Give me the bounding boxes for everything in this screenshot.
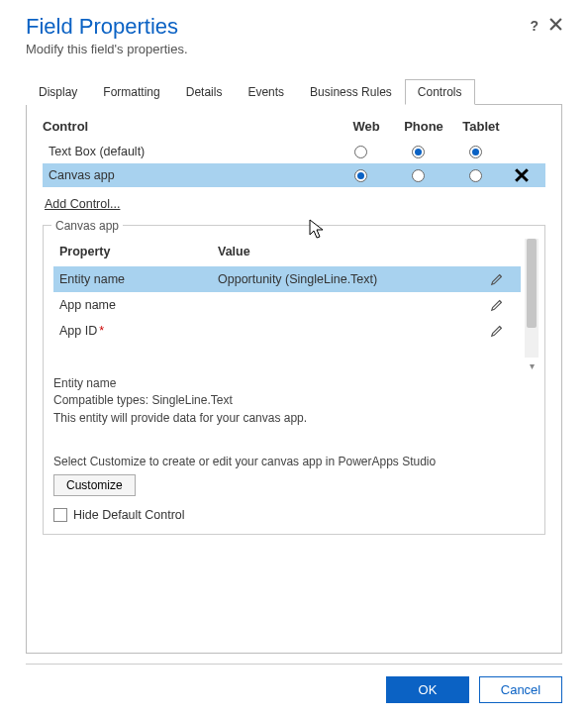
tab-formatting[interactable]: Formatting — [90, 79, 172, 105]
col-web: Web — [338, 119, 395, 134]
remove-control-icon[interactable] — [515, 168, 529, 182]
canvas-app-fieldset: Canvas app Property Value Entity name Op… — [43, 225, 545, 535]
help-icon[interactable]: ? — [530, 18, 539, 34]
radio-phone-textbox[interactable] — [412, 146, 425, 158]
radio-tablet-textbox[interactable] — [469, 146, 482, 158]
control-table-header: Control Web Phone Tablet — [43, 119, 545, 134]
prop-row-app-id[interactable]: App ID* — [53, 318, 521, 344]
scrollbar-thumb[interactable] — [527, 239, 537, 328]
customize-info: Select Customize to create or edit your … — [53, 455, 539, 468]
controls-panel: Control Web Phone Tablet Text Box (defau… — [26, 105, 562, 654]
tab-bar: Display Formatting Details Events Busine… — [26, 78, 562, 105]
edit-icon[interactable] — [479, 272, 515, 286]
col-control: Control — [43, 119, 338, 134]
dialog-footer: OK Cancel — [26, 664, 562, 717]
control-row-textbox[interactable]: Text Box (default) — [43, 140, 545, 163]
add-control-link[interactable]: Add Control... — [45, 197, 120, 211]
close-icon[interactable] — [549, 18, 562, 31]
radio-web-canvasapp[interactable] — [354, 169, 367, 182]
tab-events[interactable]: Events — [235, 79, 297, 105]
col-value: Value — [218, 245, 479, 258]
edit-icon[interactable] — [479, 324, 515, 338]
col-tablet: Tablet — [452, 119, 510, 134]
tab-business-rules[interactable]: Business Rules — [297, 79, 405, 105]
col-phone: Phone — [395, 119, 452, 134]
edit-icon[interactable] — [479, 298, 515, 312]
control-row-canvasapp[interactable]: Canvas app — [43, 163, 545, 187]
prop-name: App ID* — [59, 324, 218, 338]
required-star: * — [99, 324, 104, 338]
prop-name: App name — [59, 298, 218, 312]
prop-row-app-name[interactable]: App name — [53, 292, 521, 318]
prop-value: Opportunity (SingleLine.Text) — [218, 272, 479, 286]
tab-controls[interactable]: Controls — [405, 79, 475, 105]
hide-default-checkbox[interactable] — [53, 508, 67, 522]
hide-default-label: Hide Default Control — [73, 508, 185, 522]
radio-web-textbox[interactable] — [354, 146, 367, 158]
props-header: Property Value — [53, 239, 521, 266]
fieldset-legend: Canvas app — [51, 219, 123, 233]
property-description: Entity name Compatible types: SingleLine… — [53, 375, 539, 427]
page-subtitle: Modify this field's properties. — [26, 42, 562, 56]
props-scrollbar[interactable]: ▾ — [525, 239, 539, 358]
radio-tablet-canvasapp[interactable] — [469, 169, 482, 182]
prop-name: Entity name — [59, 272, 218, 286]
tab-display[interactable]: Display — [26, 79, 90, 105]
control-name: Canvas app — [49, 168, 332, 182]
tab-details[interactable]: Details — [173, 79, 236, 105]
cancel-button[interactable]: Cancel — [479, 676, 562, 703]
customize-button[interactable]: Customize — [53, 474, 136, 496]
scrollbar-down-icon[interactable]: ▾ — [525, 360, 539, 371]
col-property: Property — [59, 245, 218, 258]
prop-row-entity-name[interactable]: Entity name Opportunity (SingleLine.Text… — [53, 266, 521, 292]
radio-phone-canvasapp[interactable] — [412, 169, 425, 182]
control-name: Text Box (default) — [49, 145, 332, 158]
ok-button[interactable]: OK — [386, 676, 469, 703]
page-title: Field Properties — [26, 14, 562, 40]
